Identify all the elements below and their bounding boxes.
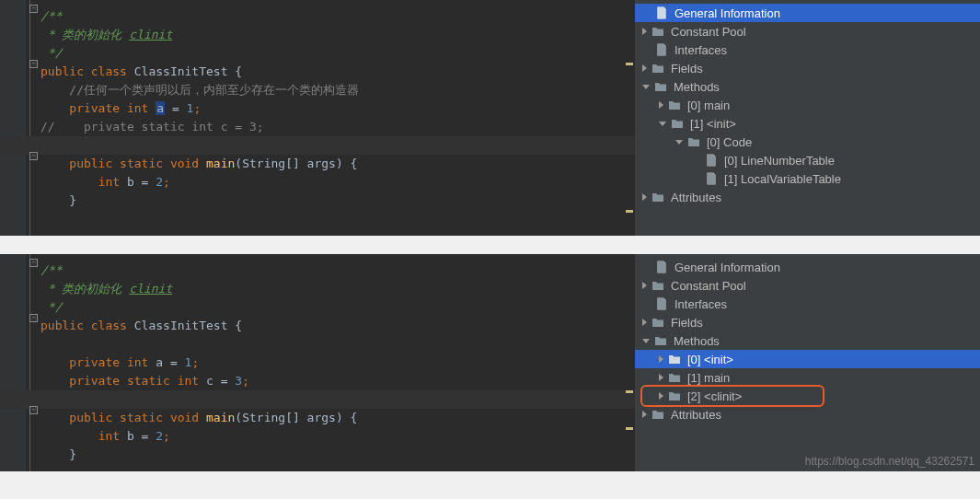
file-icon <box>654 6 669 19</box>
code-line[interactable]: } <box>0 191 635 210</box>
code-line[interactable]: * 类的初始化 clinit <box>0 26 635 44</box>
folder-icon <box>651 408 665 421</box>
folder-icon <box>651 62 665 75</box>
fold-toggle-icon[interactable]: − <box>29 152 38 160</box>
tree-item[interactable]: Attributes <box>635 405 980 424</box>
tree-item[interactable]: Methods <box>635 331 980 350</box>
chevron-right-icon[interactable] <box>659 374 663 381</box>
code-line[interactable]: private int a = 1; <box>0 99 635 118</box>
file-icon <box>654 43 669 56</box>
tree-item[interactable]: Interfaces <box>635 295 980 313</box>
warning-marker <box>626 63 633 65</box>
folder-icon <box>651 316 665 329</box>
folder-icon <box>667 99 682 111</box>
code-line[interactable]: int b = 2; <box>0 173 635 191</box>
code-line[interactable]: /** <box>0 7 635 26</box>
chevron-down-icon[interactable] <box>659 122 666 126</box>
code-line[interactable] <box>0 390 635 409</box>
tree-item[interactable]: [1] <init> <box>635 114 980 133</box>
code-line[interactable]: //任何一个类声明以后，内部至少存在一个类的构造器 <box>0 81 635 99</box>
chevron-down-icon[interactable] <box>642 339 650 343</box>
warning-marker <box>626 427 633 430</box>
ide-panel-top: /** * 类的初始化 clinit */public class ClassI… <box>0 0 980 236</box>
tree-item[interactable]: Attributes <box>635 188 980 206</box>
chevron-right-icon[interactable] <box>659 101 663 109</box>
chevron-down-icon[interactable] <box>675 140 683 145</box>
tree-item-label: Attributes <box>671 408 721 422</box>
warning-marker <box>626 390 633 393</box>
fold-toggle-icon[interactable]: − <box>29 406 38 414</box>
chevron-right-icon[interactable] <box>642 411 647 418</box>
ide-panel-bottom: /** * 类的初始化 clinit */public class ClassI… <box>0 254 980 471</box>
chevron-right-icon[interactable] <box>642 319 647 326</box>
tree-item[interactable]: [0] LineNumberTable <box>635 151 980 169</box>
tree-item[interactable]: [1] LocalVariableTable <box>635 169 980 188</box>
tree-item-label: Fields <box>671 62 703 75</box>
chevron-right-icon[interactable] <box>659 355 663 363</box>
tree-item[interactable]: Fields <box>635 59 980 77</box>
structure-tree[interactable]: General InformationConstant PoolInterfac… <box>635 0 980 236</box>
file-icon <box>654 297 669 310</box>
folder-icon <box>651 25 665 38</box>
warning-marker <box>626 210 633 213</box>
tree-item-label: Fields <box>671 316 703 330</box>
chevron-down-icon[interactable] <box>642 85 650 89</box>
code-line[interactable]: */ <box>0 44 635 63</box>
structure-tree[interactable]: General InformationConstant PoolInterfac… <box>635 254 980 471</box>
folder-icon <box>667 353 682 366</box>
code-line[interactable]: /** <box>0 261 635 280</box>
chevron-right-icon[interactable] <box>642 28 647 35</box>
tree-item[interactable]: Fields <box>635 313 980 331</box>
folder-icon <box>653 334 668 347</box>
tree-item-label: [0] Code <box>707 135 752 149</box>
tree-item-label: [0] LineNumberTable <box>724 154 835 168</box>
tree-item-label: Methods <box>674 80 720 94</box>
tree-item[interactable]: [0] main <box>635 96 980 114</box>
code-line[interactable]: private static int c = 3; <box>0 372 635 390</box>
tree-item-label: [1] LocalVariableTable <box>724 172 841 186</box>
code-line[interactable]: public class ClassInitTest { <box>0 317 635 335</box>
tree-item[interactable]: [0] Code <box>635 133 980 151</box>
fold-toggle-icon[interactable]: − <box>29 314 38 322</box>
watermark-text: https://blog.csdn.net/qq_43262571 <box>805 455 974 468</box>
code-line[interactable]: public class ClassInitTest { <box>0 63 635 81</box>
chevron-right-icon[interactable] <box>642 64 647 72</box>
fold-toggle-icon[interactable]: − <box>29 5 38 13</box>
tree-item-label: [0] main <box>687 99 730 112</box>
code-line[interactable]: * 类的初始化 clinit <box>0 280 635 298</box>
tree-item[interactable]: Interfaces <box>635 41 980 59</box>
code-line[interactable] <box>0 335 635 354</box>
fold-toggle-icon[interactable]: − <box>29 60 38 68</box>
tree-item[interactable]: Constant Pool <box>635 276 980 295</box>
tree-item-label: Constant Pool <box>671 25 746 39</box>
code-line[interactable]: public static void main(String[] args) { <box>0 409 635 427</box>
tree-item[interactable]: General Information <box>635 258 980 276</box>
code-line[interactable]: public static void main(String[] args) { <box>0 155 635 173</box>
tree-item[interactable]: [1] main <box>635 368 980 387</box>
folder-icon <box>686 135 701 148</box>
tree-item-label: [1] main <box>687 371 730 385</box>
tree-item[interactable]: General Information <box>635 4 980 22</box>
chevron-right-icon[interactable] <box>642 193 647 201</box>
folder-icon <box>653 80 668 93</box>
code-editor[interactable]: /** * 类的初始化 clinit */public class ClassI… <box>0 0 635 236</box>
tree-item-label: Attributes <box>671 191 721 204</box>
tree-item-label: [0] <init> <box>687 353 733 366</box>
code-editor[interactable]: /** * 类的初始化 clinit */public class ClassI… <box>0 254 635 471</box>
code-line[interactable] <box>0 210 635 228</box>
folder-icon <box>651 279 665 292</box>
tree-item-label: [1] <init> <box>690 117 736 131</box>
tree-item[interactable]: [0] <init> <box>635 350 980 368</box>
chevron-right-icon[interactable] <box>642 282 647 289</box>
folder-icon <box>667 371 682 384</box>
code-line[interactable]: int b = 2; <box>0 427 635 446</box>
code-line[interactable]: } <box>0 446 635 464</box>
tree-item[interactable]: Constant Pool <box>635 22 980 41</box>
tree-item[interactable]: Methods <box>635 77 980 96</box>
code-line[interactable]: private int a = 1; <box>0 354 635 372</box>
code-line[interactable]: */ <box>0 298 635 317</box>
fold-toggle-icon[interactable]: − <box>29 259 38 267</box>
code-line[interactable] <box>0 136 635 155</box>
code-line[interactable]: // private static int c = 3; <box>0 118 635 136</box>
annotation-highlight-box <box>640 385 824 407</box>
